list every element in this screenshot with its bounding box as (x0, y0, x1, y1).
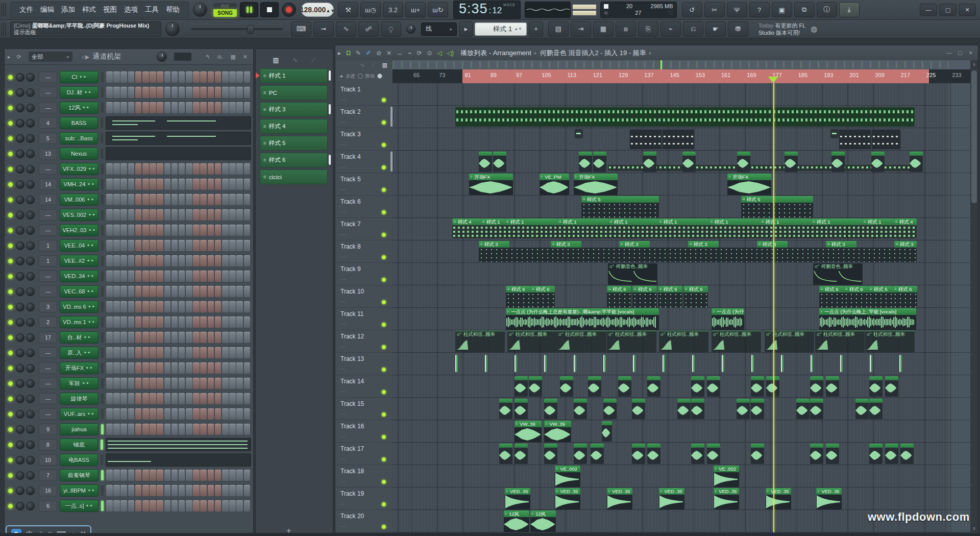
graph-icon[interactable]: ılı. (217, 54, 224, 60)
channel-button-自..材[interactable]: 自..材✦✦ (60, 331, 99, 344)
step-cell[interactable] (142, 87, 149, 98)
autohill-clip[interactable]: σ°柱式和弦..频率 (865, 331, 915, 352)
step-cell[interactable] (120, 485, 127, 496)
step-cell[interactable] (135, 286, 142, 297)
step-cell[interactable] (150, 102, 156, 113)
menu-item-工具[interactable]: 工具 (141, 5, 162, 14)
audio-clip[interactable]: ⊦12风 (530, 510, 556, 532)
step-cell[interactable] (150, 470, 156, 481)
step-cell[interactable] (222, 316, 229, 328)
minifx-clip[interactable] (751, 376, 764, 397)
step-cell[interactable] (244, 163, 251, 175)
maximize-button[interactable]: ▢ (958, 50, 962, 56)
step-cell[interactable] (179, 286, 185, 297)
close-icon[interactable]: ✕ (243, 54, 248, 60)
channel-led[interactable] (8, 427, 13, 432)
oscilloscope[interactable] (525, 2, 571, 18)
track-led[interactable] (381, 322, 386, 327)
step-cell[interactable] (222, 87, 229, 98)
mixer-target[interactable]: 3 (39, 301, 57, 312)
volume-knob[interactable] (26, 441, 35, 449)
pan-knob[interactable] (16, 425, 24, 434)
plabel-clip[interactable]: ≡样式 3 (757, 241, 788, 248)
mixer-target[interactable]: 14 (39, 179, 57, 190)
step-cell[interactable] (120, 87, 127, 98)
plabel-clip[interactable]: ≡样式 1 (760, 218, 811, 225)
step-cell[interactable] (150, 301, 156, 312)
volume-knob[interactable] (26, 502, 35, 510)
step-cell[interactable] (186, 286, 192, 297)
minifx-clip[interactable] (647, 444, 660, 464)
glide-icon[interactable]: ∿ (336, 21, 356, 37)
step-cell[interactable] (172, 500, 178, 511)
step-cell[interactable] (106, 332, 113, 343)
minifx-clip[interactable] (682, 152, 696, 172)
step-cell[interactable] (200, 424, 207, 435)
step-cell[interactable] (193, 179, 200, 190)
step-cell[interactable] (179, 408, 185, 420)
channel-button-12风[interactable]: 12风✦✦ (60, 102, 99, 114)
pan-knob[interactable] (16, 441, 24, 449)
menu-item-帮助[interactable]: 帮助 (162, 5, 183, 14)
step-cell[interactable] (150, 163, 156, 175)
minifx-clip[interactable] (588, 376, 601, 397)
step-cell[interactable] (208, 347, 214, 358)
step-cell[interactable] (208, 163, 214, 175)
step-cell[interactable] (128, 301, 135, 312)
step-cell[interactable] (135, 393, 142, 404)
step-cell[interactable] (186, 378, 192, 389)
step-cell[interactable] (128, 163, 135, 175)
pattern-item-样式 1[interactable]: ≡样式 1 (260, 68, 328, 83)
autodecay-clip[interactable]: σ°何鹏音色..频率 (813, 263, 863, 285)
step-cell[interactable] (208, 271, 214, 282)
channel-select-indicator[interactable] (101, 164, 104, 174)
step-cell[interactable] (120, 179, 127, 190)
step-cell[interactable] (208, 255, 214, 266)
step-cell[interactable] (200, 255, 207, 266)
step-cell[interactable] (142, 240, 149, 251)
step-cell[interactable] (193, 240, 200, 251)
step-cell[interactable] (215, 378, 222, 389)
step-cell[interactable] (208, 332, 214, 343)
step-cell[interactable] (157, 378, 163, 389)
info-icon[interactable]: ⓘ (817, 2, 837, 17)
pan-knob[interactable] (16, 150, 24, 158)
pattern-clip[interactable]: ≡样式 6 (607, 286, 631, 307)
step-cell[interactable] (150, 500, 156, 511)
step-cell[interactable] (186, 408, 192, 420)
step-cell[interactable] (142, 209, 149, 221)
plabel-clip[interactable]: ≡样式 3 (688, 241, 719, 248)
plabel-clip[interactable]: ≡样式 1 (862, 218, 894, 225)
step-cell[interactable] (135, 209, 142, 221)
volume-knob[interactable] (26, 241, 35, 250)
step-cell[interactable] (179, 225, 185, 236)
pan-knob[interactable] (16, 287, 24, 296)
audio-clip[interactable]: ⊦开场FX (727, 174, 771, 195)
toolbar-grip[interactable] (1, 22, 7, 36)
minifx-clip[interactable] (603, 399, 617, 419)
track-header-18[interactable]: Track 18... (335, 465, 393, 488)
track-options[interactable]: ... (340, 477, 346, 483)
step-cell[interactable] (229, 393, 236, 404)
step-cell[interactable] (135, 470, 142, 481)
pattern-item-样式 3[interactable]: ≡样式 3 (260, 102, 328, 117)
step-cell[interactable] (142, 362, 149, 374)
plabel-clip[interactable]: ≡样式 3 (894, 241, 917, 248)
step-cell[interactable] (200, 332, 207, 343)
pan-knob[interactable] (16, 379, 24, 388)
step-cell[interactable] (120, 286, 127, 297)
step-cell[interactable] (222, 393, 229, 404)
slide-notes-icon[interactable]: ⇥ (571, 21, 591, 37)
step-cell[interactable] (236, 225, 243, 236)
step-cell[interactable] (244, 316, 251, 328)
volume-knob[interactable] (26, 287, 35, 296)
step-cell[interactable] (128, 485, 135, 496)
pan-knob[interactable] (16, 349, 24, 357)
step-cell[interactable] (236, 470, 243, 481)
step-cell[interactable] (236, 102, 243, 113)
cut-icon[interactable]: ✂ (704, 2, 725, 17)
plabel-clip[interactable]: ≡样式 3 (479, 241, 509, 248)
step-cell[interactable] (106, 271, 113, 282)
step-cell[interactable] (135, 255, 142, 266)
step-cell[interactable] (200, 271, 207, 282)
